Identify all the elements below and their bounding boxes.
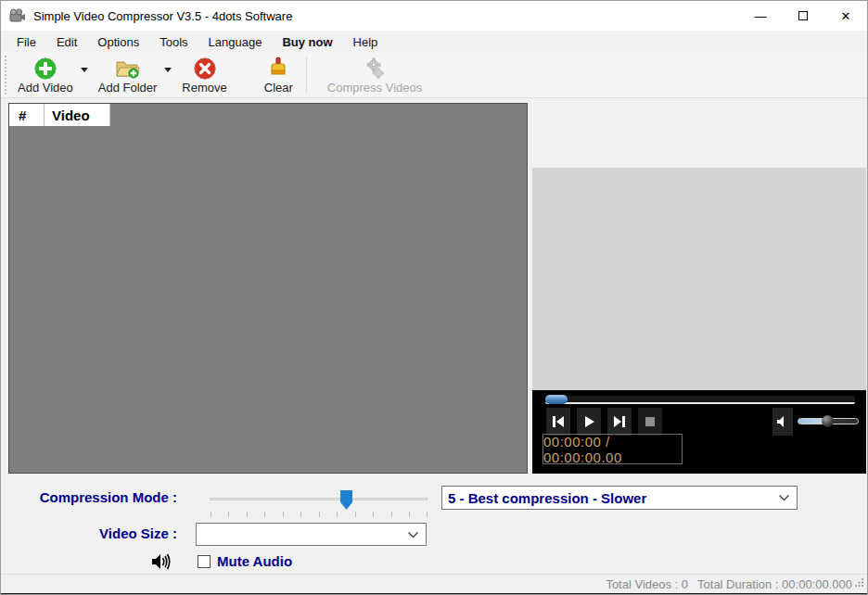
- add-video-dropdown-icon[interactable]: [81, 68, 88, 72]
- chevron-down-icon: [778, 494, 790, 501]
- app-window: Simple Video Compressor V3.5 - 4dots Sof…: [0, 0, 868, 595]
- compression-mode-value: 5 - Best compression - Slower: [448, 490, 646, 506]
- speaker-icon: [776, 415, 789, 428]
- column-header-video[interactable]: Video: [45, 104, 110, 126]
- time-display: 00:00:00 / 00:00:00.00: [542, 434, 683, 464]
- seek-thumb[interactable]: [545, 395, 568, 404]
- clear-label: Clear: [264, 81, 293, 95]
- menu-help[interactable]: Help: [343, 32, 389, 52]
- play-button[interactable]: [577, 408, 601, 436]
- play-icon: [582, 415, 595, 428]
- video-size-select[interactable]: [196, 523, 427, 546]
- skip-to-end-button[interactable]: [607, 408, 632, 436]
- video-player-panel: 00:00:00 / 00:00:00.00: [532, 390, 866, 474]
- add-video-icon: [33, 56, 57, 81]
- maximize-icon: [798, 11, 808, 20]
- toolbar: Add Video Add Folder: [1, 53, 867, 98]
- compression-slider[interactable]: [210, 490, 428, 516]
- menu-buy-now[interactable]: Buy now: [272, 32, 342, 52]
- add-folder-label: Add Folder: [98, 81, 158, 95]
- compress-videos-icon: [363, 56, 387, 81]
- clear-icon: [267, 56, 289, 81]
- compression-slider-track[interactable]: [210, 498, 428, 500]
- menu-options[interactable]: Options: [87, 32, 149, 52]
- video-list-header: # Video: [9, 104, 527, 126]
- mute-audio-label: Mute Audio: [217, 553, 292, 569]
- add-folder-dropdown-icon[interactable]: [164, 68, 172, 72]
- column-header-number[interactable]: #: [9, 104, 45, 126]
- menu-tools[interactable]: Tools: [149, 32, 198, 52]
- menu-bar: File Edit Options Tools Language Buy now…: [1, 31, 867, 53]
- window-controls: — ✕: [739, 1, 867, 31]
- toolbar-grip[interactable]: [3, 56, 8, 95]
- remove-button[interactable]: Remove: [174, 53, 234, 97]
- mute-audio-checkbox[interactable]: [198, 555, 211, 568]
- app-icon: [9, 8, 26, 23]
- menu-file[interactable]: File: [6, 32, 46, 52]
- compress-videos-button[interactable]: Compress Videos: [313, 53, 437, 97]
- compression-mode-select[interactable]: 5 - Best compression - Slower: [441, 486, 798, 510]
- stop-button[interactable]: [638, 408, 662, 436]
- volume-slider-thumb[interactable]: [822, 415, 834, 427]
- skip-to-start-button[interactable]: [546, 408, 570, 436]
- transport-controls: [546, 408, 662, 436]
- add-video-button[interactable]: Add Video: [10, 53, 81, 97]
- toolbar-separator: [306, 57, 307, 94]
- skip-to-start-icon: [551, 415, 566, 428]
- close-button[interactable]: ✕: [824, 1, 867, 31]
- total-videos-status: Total Videos : 0: [606, 577, 688, 591]
- menu-edit[interactable]: Edit: [46, 32, 87, 52]
- stop-icon: [645, 416, 656, 427]
- remove-icon: [193, 56, 217, 81]
- menu-language[interactable]: Language: [198, 32, 273, 52]
- skip-to-end-icon: [612, 415, 627, 428]
- remove-label: Remove: [182, 81, 226, 95]
- chevron-down-icon: [407, 531, 419, 538]
- window-title: Simple Video Compressor V3.5 - 4dots Sof…: [33, 9, 292, 23]
- settings-panel: Compression Mode : 5 - Best compression …: [1, 475, 867, 574]
- compression-slider-thumb[interactable]: [340, 490, 352, 510]
- video-preview-area: [532, 168, 866, 390]
- video-list[interactable]: # Video: [8, 103, 528, 474]
- add-folder-button[interactable]: Add Folder: [91, 53, 165, 97]
- compression-slider-ticks: [211, 512, 428, 517]
- add-video-label: Add Video: [18, 81, 73, 95]
- video-size-label: Video Size :: [1, 525, 177, 541]
- seek-bar[interactable]: [545, 396, 855, 404]
- maximize-button[interactable]: [782, 1, 824, 31]
- clear-button[interactable]: Clear: [257, 53, 300, 97]
- volume-button[interactable]: [772, 408, 793, 436]
- resize-grip-icon[interactable]: [854, 575, 864, 591]
- total-duration-status: Total Duration : 00:00:00.000: [697, 577, 852, 591]
- status-bar: Total Videos : 0 Total Duration : 00:00:…: [1, 574, 867, 593]
- add-folder-icon: [115, 56, 140, 81]
- compress-videos-label: Compress Videos: [327, 81, 422, 95]
- volume-slider[interactable]: [798, 418, 859, 424]
- speaker-waves-icon: [151, 552, 175, 575]
- compression-mode-label: Compression Mode :: [1, 489, 177, 505]
- title-bar: Simple Video Compressor V3.5 - 4dots Sof…: [1, 1, 867, 31]
- minimize-button[interactable]: —: [739, 1, 782, 31]
